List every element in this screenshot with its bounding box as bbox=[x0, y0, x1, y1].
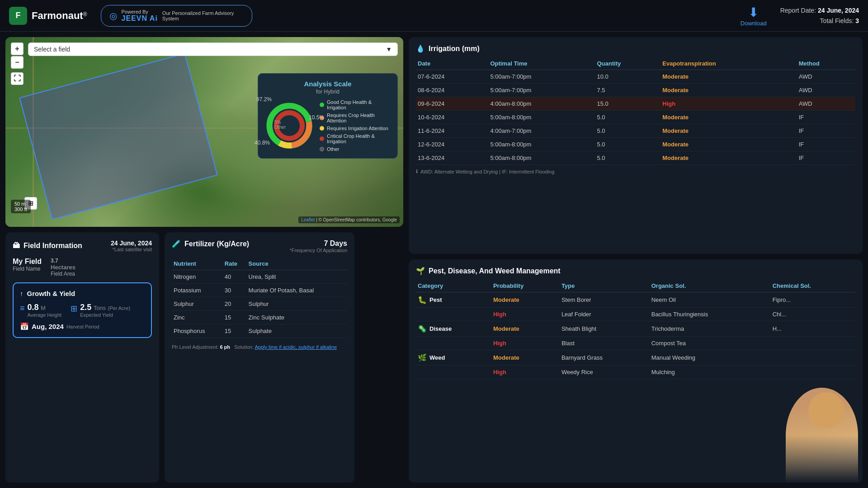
irr-method: AWD bbox=[797, 97, 855, 111]
header-left: F Farmonaut® ◎ Powered By JEEVN Ai Our P… bbox=[9, 5, 252, 27]
irr-method: AWD bbox=[797, 84, 855, 97]
height-icon: ≡ bbox=[20, 304, 25, 313]
report-info: Report Date: 24 June, 2024 Total Fields:… bbox=[780, 5, 859, 26]
scale-meters: 50 m bbox=[14, 201, 27, 206]
irr-evap: Moderate bbox=[660, 124, 797, 138]
map-attribution: Leaflet | © OpenStreetMap contributors, … bbox=[298, 216, 400, 223]
analysis-title: Analysis Scale bbox=[264, 80, 391, 88]
irr-evap: Moderate bbox=[660, 84, 797, 97]
ph-solution-link[interactable]: Apply lime if acidic, sulphur if alkalin… bbox=[255, 344, 337, 350]
analysis-popup: Analysis Scale for Hybrid 97.2% 10.5% 40… bbox=[258, 73, 398, 159]
irr-evap: Moderate bbox=[660, 111, 797, 124]
irr-date: 07-6-2024 bbox=[416, 70, 488, 84]
irr-row: 09-6-2024 4:00am-8:00pm 15.0 High AWD bbox=[416, 97, 855, 111]
legend-item-other: Other bbox=[320, 146, 391, 152]
pdw-type: Blast bbox=[560, 337, 650, 350]
irrigation-icon: 💧 bbox=[416, 44, 425, 53]
irr-row: 08-6-2024 5:00am-7:00pm 7.5 Moderate AWD bbox=[416, 84, 855, 97]
fert-source: Sulphur bbox=[247, 297, 347, 311]
fert-rate: 15 bbox=[223, 324, 247, 338]
pdw-row: 🌿 Weed Moderate Barnyard Grass Manual We… bbox=[416, 350, 855, 366]
legend: Good Crop Health & Irrigation Requires C… bbox=[320, 99, 391, 152]
fertilizer-tbody: Nitrogen 40 Urea, Split Potassium 30 Mur… bbox=[172, 270, 347, 338]
irr-row: 11-6-2024 4:00am-7:00pm 5.0 Moderate IF bbox=[416, 124, 855, 138]
leaflet-link[interactable]: Leaflet bbox=[301, 217, 315, 222]
pdw-organic: Neem Oil bbox=[650, 292, 771, 308]
fertilizer-row: Zinc 15 Zinc Sulphate bbox=[172, 311, 347, 324]
donut-svg bbox=[264, 101, 314, 150]
irr-date: 13-6-2024 bbox=[416, 151, 488, 165]
pdw-chemical: Fipro... bbox=[771, 292, 855, 308]
growth-box: ↑ Growth & Yield ≡ 0.8 M Average Heigh bbox=[13, 282, 152, 338]
zoom-in-button[interactable]: + bbox=[11, 42, 24, 55]
cat-label: Pest bbox=[429, 296, 442, 303]
irr-method: IF bbox=[797, 124, 855, 138]
legend-label-crop-health: Requires Crop Health Attention bbox=[327, 113, 391, 123]
pdw-prob: Moderate bbox=[491, 292, 560, 308]
pdw-category: 🦠 Disease bbox=[416, 321, 491, 337]
fertilizer-row: Phosphorus 15 Sulphate bbox=[172, 324, 347, 338]
freq-info: 7 Days *Frequency Of Application bbox=[290, 239, 347, 253]
right-panel: 💧 Irrigation (mm) Date Optimal Time Quan… bbox=[409, 37, 863, 483]
pdw-prob: High bbox=[491, 337, 560, 350]
irr-date: 12-6-2024 bbox=[416, 138, 488, 151]
download-button[interactable]: ⬇ Download bbox=[741, 5, 767, 27]
fert-rate: 30 bbox=[223, 284, 247, 297]
irr-evap: Moderate bbox=[660, 70, 797, 84]
irr-time: 5:00am-7:00pm bbox=[488, 70, 595, 84]
irr-qty: 5.0 bbox=[595, 138, 661, 151]
irr-evap: High bbox=[660, 97, 797, 111]
field-stats: My Field Field Name 3.7 Hectares Field A… bbox=[13, 258, 152, 277]
legend-dot-other bbox=[320, 147, 324, 151]
map-controls: + − ⛶ bbox=[11, 42, 24, 85]
fert-rate: 15 bbox=[223, 311, 247, 324]
height-info: 0.8 M Average Height bbox=[28, 303, 62, 318]
irr-qty: 15.0 bbox=[595, 97, 661, 111]
irr-note: ℹ AWD: Alternate Wetting and Drying | IF… bbox=[416, 169, 855, 174]
field-info-header: 🏔 Field Information 24 June, 2024 *Last … bbox=[13, 239, 152, 252]
irr-row: 10-6-2024 5:00am-8:00pm 5.0 Moderate IF bbox=[416, 111, 855, 124]
map-background: + − ⛶ ⊞ Select a field ▼ 50 m 300 ft bbox=[5, 37, 403, 227]
irr-tbody: 07-6-2024 5:00am-7:00pm 10.0 Moderate AW… bbox=[416, 70, 855, 165]
irr-row: 12-6-2024 5:00am-8:00pm 5.0 Moderate IF bbox=[416, 138, 855, 151]
irr-date: 08-6-2024 bbox=[416, 84, 488, 97]
irr-col-date: Date bbox=[416, 57, 488, 70]
field-date-note: *Last satellite visit bbox=[111, 247, 152, 252]
field-date: 24 June, 2024 bbox=[111, 239, 152, 247]
legend-dot-irrigation bbox=[320, 126, 324, 131]
chevron-down-icon: ▼ bbox=[386, 46, 392, 53]
field-select[interactable]: Select a field ▼ bbox=[28, 42, 398, 56]
pdw-type: Sheath Blight bbox=[560, 321, 650, 337]
legend-item-good: Good Crop Health & Irrigation bbox=[320, 99, 391, 110]
pdw-row: 🐛 Pest Moderate Stem Borer Neem Oil Fipr… bbox=[416, 292, 855, 308]
total-fields-value: 3 bbox=[855, 17, 859, 24]
pdw-chemical bbox=[771, 337, 855, 350]
irr-date: 11-6-2024 bbox=[416, 124, 488, 138]
osm-attribution: | © OpenStreetMap contributors, Google bbox=[316, 217, 397, 222]
powered-by-label: Powered By bbox=[122, 9, 158, 14]
donut-chart: 97.2% 10.5% 40.8% bbox=[264, 101, 314, 150]
total-fields-label: Total Fields: bbox=[820, 17, 854, 24]
height-label: Average Height bbox=[28, 312, 62, 318]
field-name-label: Field Name bbox=[13, 266, 42, 272]
pdw-tbody: 🐛 Pest Moderate Stem Borer Neem Oil Fipr… bbox=[416, 292, 855, 379]
jeevn-badge: ◎ Powered By JEEVN Ai Our Personalized F… bbox=[101, 5, 252, 27]
field-info-title: 🏔 Field Information bbox=[13, 242, 82, 250]
height-stat: ≡ 0.8 M Average Height bbox=[20, 303, 61, 318]
field-area-stat: 3.7 Hectares Field Area bbox=[51, 258, 75, 277]
pdw-organic: Trichoderma bbox=[650, 321, 771, 337]
cat-icon: 🐛 bbox=[418, 296, 427, 304]
legend-item-crop-health: Requires Crop Health Attention bbox=[320, 113, 391, 123]
pdw-category-empty bbox=[416, 308, 491, 321]
irr-method: IF bbox=[797, 138, 855, 151]
analysis-content: 97.2% 10.5% 40.8% bbox=[264, 99, 391, 152]
freq-days: 7 Days bbox=[290, 239, 347, 248]
fullscreen-button[interactable]: ⛶ bbox=[11, 72, 24, 85]
pdw-type: Leaf Folder bbox=[560, 308, 650, 321]
pdw-type: Stem Borer bbox=[560, 292, 650, 308]
harvest-icon: 📅 bbox=[20, 322, 29, 331]
fert-source: Urea, Split bbox=[247, 270, 347, 284]
fert-source: Zinc Sulphate bbox=[247, 311, 347, 324]
zoom-out-button[interactable]: − bbox=[11, 56, 24, 69]
download-label: Download bbox=[741, 20, 767, 27]
